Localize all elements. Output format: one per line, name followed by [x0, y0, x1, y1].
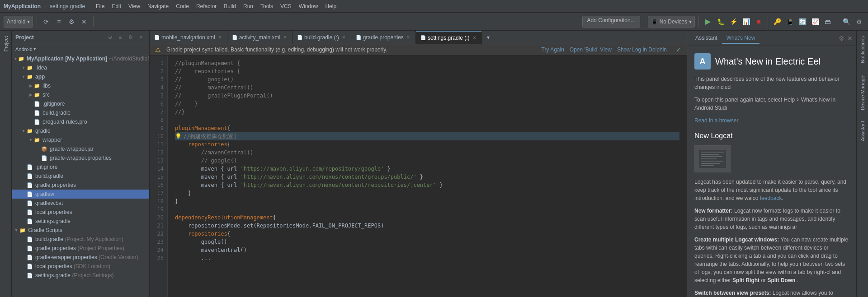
settings-button[interactable]: ⚙	[854, 16, 864, 27]
menu-file[interactable]: File	[92, 2, 108, 10]
tab-build-gradle[interactable]: 📄 build.gradle (:) ✕	[292, 31, 351, 44]
notifications-tab[interactable]: Notifications	[858, 31, 867, 69]
feedback-link[interactable]: feedback	[760, 195, 782, 201]
tree-item-root[interactable]: ▼ 📁 MyApplication [My Application] ~/And…	[12, 54, 149, 63]
tree-item-gradle-wrapper-props[interactable]: 📄 gradle-wrapper.properties	[12, 153, 149, 162]
tree-item-gs-build-gradle[interactable]: 📄 build.gradle (Project: My Application)	[12, 235, 149, 244]
arrow-icon: ▼	[21, 65, 26, 70]
menu-build[interactable]: Build	[220, 2, 240, 10]
project-view-dropdown[interactable]: Android ▾	[14, 45, 38, 53]
svg-rect-5	[701, 161, 723, 162]
code-line-13: // google()	[175, 157, 679, 165]
tree-item-app[interactable]: ▼ 📁 app	[12, 72, 149, 81]
panel-sort-button[interactable]: ≡	[116, 33, 125, 42]
search-button[interactable]: 🔍	[841, 16, 852, 27]
tree-item-buildgradle1[interactable]: 📄 build.gradle	[12, 108, 149, 117]
profile-button[interactable]: 📊	[741, 16, 751, 27]
menu-tools[interactable]: Tools	[257, 2, 277, 10]
menu-run[interactable]: Run	[240, 2, 257, 10]
tab-close-button[interactable]: ✕	[406, 34, 411, 40]
try-again-link[interactable]: Try Again	[542, 46, 564, 53]
menu-separator: ›	[44, 3, 46, 9]
tab-close-button[interactable]: ✕	[472, 35, 477, 41]
device-manager-tab[interactable]: Device Manager	[858, 69, 867, 116]
show-log-link[interactable]: Show Log in Dolphin	[617, 46, 667, 53]
panel-collapse-button[interactable]: ⊕	[105, 33, 114, 42]
menu-view[interactable]: View	[125, 2, 144, 10]
tree-item-gs-gradle-props[interactable]: 📄 gradle.properties (Project Properties)	[12, 244, 149, 253]
db-button[interactable]: 🗃	[822, 16, 833, 27]
tree-item-src[interactable]: ▶ 📁 src	[12, 90, 149, 99]
tree-item-gs-settings-gradle[interactable]: 📄 settings.gradle (Project Settings)	[12, 271, 149, 280]
code-content[interactable]: //pluginManagement { // repositories { /…	[168, 56, 687, 297]
run-button[interactable]: ▶	[703, 16, 713, 27]
tree-item-gradle[interactable]: ▼ 📁 gradle	[12, 126, 149, 135]
tree-item-buildgradle2[interactable]: 📄 build.gradle	[12, 172, 149, 181]
tab-close-button[interactable]: ✕	[341, 34, 346, 40]
chevron-down-icon-2: ▾	[689, 19, 692, 25]
tab-gradle-props[interactable]: 📄 gradle.properties ✕	[351, 31, 416, 44]
code-line-17: }	[175, 189, 679, 197]
menu-window[interactable]: Window	[295, 2, 322, 10]
android-dropdown[interactable]: Android ▾	[4, 16, 33, 28]
profiler-button[interactable]: 📈	[810, 16, 821, 27]
panel-close-button[interactable]: ✕	[137, 33, 146, 42]
code-line-20: dependencyResolutionManagement {	[175, 213, 679, 222]
tab-close-button[interactable]: ✕	[217, 34, 222, 40]
stop-button[interactable]: ■	[753, 16, 764, 27]
tree-item-gitignore1[interactable]: 📄 .gitignore	[12, 99, 149, 108]
tree-item-gs-local-props[interactable]: 📄 local.properties (SDK Location)	[12, 262, 149, 271]
tab-overflow-button[interactable]: ▾	[483, 31, 494, 44]
tree-item-gitignore2[interactable]: 📄 .gitignore	[12, 162, 149, 172]
tree-item-gradle-props[interactable]: 📄 gradle.properties	[12, 181, 149, 190]
tree-item-gradlew-bat[interactable]: 📄 gradlew.bat	[12, 199, 149, 208]
avd-button[interactable]: 📱	[784, 16, 795, 27]
tab-mobile-nav[interactable]: 📄 mobile_navigation.xml ✕	[150, 31, 227, 44]
left-tab-project[interactable]: Project	[1, 31, 10, 57]
menu-refactor[interactable]: Refactor	[193, 2, 220, 10]
toolbar-btn-3[interactable]: ⚙	[66, 16, 77, 27]
menu-navigate[interactable]: Navigate	[144, 2, 172, 10]
tree-item-gradlew[interactable]: 📄 gradlew	[12, 190, 149, 199]
menu-help[interactable]: Help	[321, 2, 340, 10]
menu-vcs[interactable]: VCS	[277, 2, 295, 10]
assistant-close-icon[interactable]: ✕	[847, 35, 853, 42]
panel-settings-button[interactable]: ⚙	[126, 33, 135, 42]
tab-close-button[interactable]: ✕	[282, 34, 288, 40]
tab-assistant[interactable]: Assistant	[691, 33, 722, 44]
tree-item-libs[interactable]: ▶ 📁 libs	[12, 81, 149, 90]
tree-item-idea[interactable]: ▼ 📁 .idea	[12, 63, 149, 72]
tree-item-gradle-wrapper-jar[interactable]: 📦 gradle-wrapper.jar	[12, 144, 149, 153]
tree-item-gradle-scripts[interactable]: ▼ 📁 Gradle Scripts	[12, 226, 149, 235]
wipe-cache-button[interactable]: 🔄	[797, 16, 808, 27]
assistant-tab-side[interactable]: Assistant	[858, 116, 867, 147]
run-with-coverage-button[interactable]: ⚡	[728, 16, 739, 27]
toolbar-btn-4[interactable]: ✕	[79, 16, 90, 27]
switch-label: Switch between view presets:	[694, 290, 771, 296]
tab-activity-main[interactable]: 📄 activity_main.xml ✕	[227, 31, 292, 44]
toolbar-btn-1[interactable]: ⟳	[41, 16, 52, 27]
open-build-view-link[interactable]: Open 'Build' View	[570, 46, 612, 53]
android-studio-logo: A	[694, 53, 711, 70]
assistant-gear-icon[interactable]: ⚙	[839, 35, 844, 42]
panel-title: Project	[15, 34, 34, 41]
right-side-tabs: Notifications Device Manager Assistant	[856, 31, 868, 297]
tree-item-gs-wrapper-props[interactable]: 📄 gradle-wrapper.properties (Gradle Vers…	[12, 253, 149, 262]
tree-item-proguard[interactable]: 📄 proguard-rules.pro	[12, 117, 149, 126]
tree-item-local-props[interactable]: 📄 local.properties	[12, 208, 149, 217]
menu-code[interactable]: Code	[172, 2, 193, 10]
toolbar-btn-2[interactable]: ≡	[53, 16, 64, 27]
project-view-label: Android	[15, 46, 33, 52]
read-in-browser-link[interactable]: Read in a browser	[694, 117, 738, 124]
add-configuration-button[interactable]: Add Configuration...	[582, 16, 640, 28]
tree-label: src	[42, 92, 50, 98]
tree-item-settings-gradle[interactable]: 📄 settings.gradle	[12, 217, 149, 226]
no-devices-dropdown[interactable]: 📱 No Devices ▾	[648, 16, 695, 28]
tab-whats-new[interactable]: What's New	[722, 33, 760, 44]
tree-item-wrapper[interactable]: ▼ 📁 wrapper	[12, 135, 149, 144]
code-line-18: }	[175, 197, 679, 205]
menu-edit[interactable]: Edit	[108, 2, 125, 10]
tab-settings-gradle[interactable]: 📄 settings.gradle (:) ✕	[416, 31, 482, 44]
sdk-button[interactable]: 🔑	[772, 16, 783, 27]
debug-button[interactable]: 🐛	[715, 16, 726, 27]
